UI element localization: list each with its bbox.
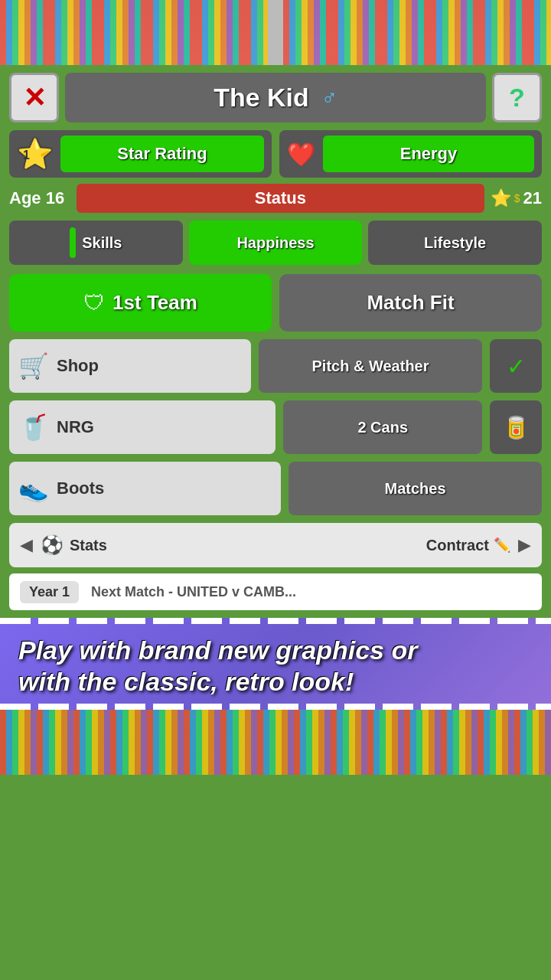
match-bar: Year 1 Next Match - UNITED v CAMB... (9, 573, 542, 610)
star-rating-block: ⭐ 1 Star Rating (9, 130, 272, 178)
promo-stripe-top (0, 618, 551, 624)
first-team-row: 🛡 1st Team Match Fit (9, 274, 542, 332)
year-badge: Year 1 (20, 581, 79, 603)
player-name: The Kid (214, 83, 309, 113)
stats-row: ⭐ 1 Star Rating ❤️ Energy (9, 130, 542, 178)
match-fit-button[interactable]: Match Fit (279, 274, 542, 332)
matches-label: Matches (384, 480, 445, 498)
help-icon: ? (509, 83, 525, 113)
happiness-button[interactable]: Happiness (189, 220, 363, 265)
nav-row: Skills Happiness Lifestyle (9, 220, 542, 265)
contract-label: Contract (426, 537, 489, 554)
nrg-button[interactable]: 🥤 NRG (9, 400, 276, 454)
energy-inner: Energy (323, 136, 534, 172)
energy-label: Energy (323, 144, 534, 164)
lifestyle-label: Lifestyle (424, 234, 486, 252)
skills-label: Skills (82, 234, 122, 252)
nav-center: ⚽ Stats Contract ✏️ (33, 534, 518, 556)
bottom-nav: ◀ ⚽ Stats Contract ✏️ ▶ (9, 523, 542, 567)
boots-icon: 👟 (18, 474, 49, 503)
promo-text-line1: Play with brand new graphics or with the… (18, 635, 533, 697)
matches-button[interactable]: Matches (289, 462, 542, 515)
title-bar: ✕ The Kid ♂ ? (9, 73, 542, 122)
boots-label: Boots (57, 479, 104, 498)
crowd-right (283, 0, 551, 65)
lifestyle-button[interactable]: Lifestyle (368, 220, 542, 265)
cans-button[interactable]: 2 Cans (283, 400, 482, 454)
shield-icon: 🛡 (83, 290, 105, 315)
contract-nav[interactable]: Contract ✏️ (426, 537, 510, 554)
next-match-info: Next Match - UNITED v CAMB... (91, 584, 296, 600)
shop-icon: 🛒 (18, 351, 49, 381)
crowd-bottom (0, 710, 551, 775)
close-button[interactable]: ✕ (9, 73, 59, 122)
energy-block: ❤️ Energy (279, 130, 542, 178)
nrg-can-icon-button[interactable]: 🥫 (490, 400, 542, 454)
status-text: Status (255, 188, 306, 208)
nrg-row: 🥤 NRG 2 Cans 🥫 (9, 400, 542, 454)
promo-stripe-bottom (0, 704, 551, 710)
gender-icon: ♂ (321, 86, 337, 110)
nrg-icon: 🥤 (18, 413, 49, 442)
first-team-label: 1st Team (112, 291, 197, 315)
boots-button[interactable]: 👟 Boots (9, 462, 281, 515)
main-area: ✕ The Kid ♂ ? ⭐ 1 Star Rating ❤️ Energy … (0, 65, 551, 618)
left-arrow-button[interactable]: ◀ (20, 535, 33, 555)
soccer-icon: ⚽ (41, 534, 64, 556)
status-bar: Status (77, 184, 484, 213)
age-status-row: Age 16 Status ⭐ $ 21 (9, 184, 542, 213)
promo-banner: Play with brand new graphics or with the… (0, 618, 551, 710)
title-center: The Kid ♂ (65, 73, 486, 122)
happiness-label: Happiness (236, 234, 314, 252)
boots-row: 👟 Boots Matches (9, 462, 542, 515)
help-button[interactable]: ? (492, 73, 542, 122)
stats-nav[interactable]: ⚽ Stats (41, 534, 107, 556)
cans-label: 2 Cans (357, 419, 408, 436)
checkmark-button[interactable]: ✓ (490, 339, 542, 393)
pitch-weather-label: Pitch & Weather (312, 358, 429, 375)
nrg-can-icon: 🥫 (503, 415, 530, 440)
checkmark-icon: ✓ (507, 353, 526, 380)
crowd-top (0, 0, 551, 65)
shop-button[interactable]: 🛒 Shop (9, 339, 251, 393)
age-label: Age 16 (9, 188, 70, 208)
coins-value: 21 (523, 188, 542, 208)
stats-label: Stats (70, 537, 107, 554)
heart-icon: ❤️ (287, 141, 315, 168)
skills-button[interactable]: Skills (9, 220, 183, 265)
crowd-gap (268, 0, 282, 65)
pencil-icon: ✏️ (494, 537, 510, 554)
coin-star-icon: ⭐ (491, 188, 511, 208)
skills-accent (70, 227, 76, 258)
shop-label: Shop (57, 356, 99, 376)
match-fit-label: Match Fit (367, 291, 454, 315)
close-icon: ✕ (23, 82, 46, 114)
pitch-weather-button[interactable]: Pitch & Weather (259, 339, 482, 393)
nrg-label: NRG (57, 417, 94, 437)
first-team-button[interactable]: 🛡 1st Team (9, 274, 272, 332)
star-number: 1 (23, 149, 30, 162)
right-arrow-button[interactable]: ▶ (518, 535, 531, 555)
star-rating-inner: Star Rating (60, 136, 264, 172)
star-rating-label: Star Rating (60, 144, 264, 164)
coins-block: ⭐ $ 21 (491, 188, 542, 208)
crowd-left (0, 0, 268, 65)
shop-row: 🛒 Shop Pitch & Weather ✓ (9, 339, 542, 393)
